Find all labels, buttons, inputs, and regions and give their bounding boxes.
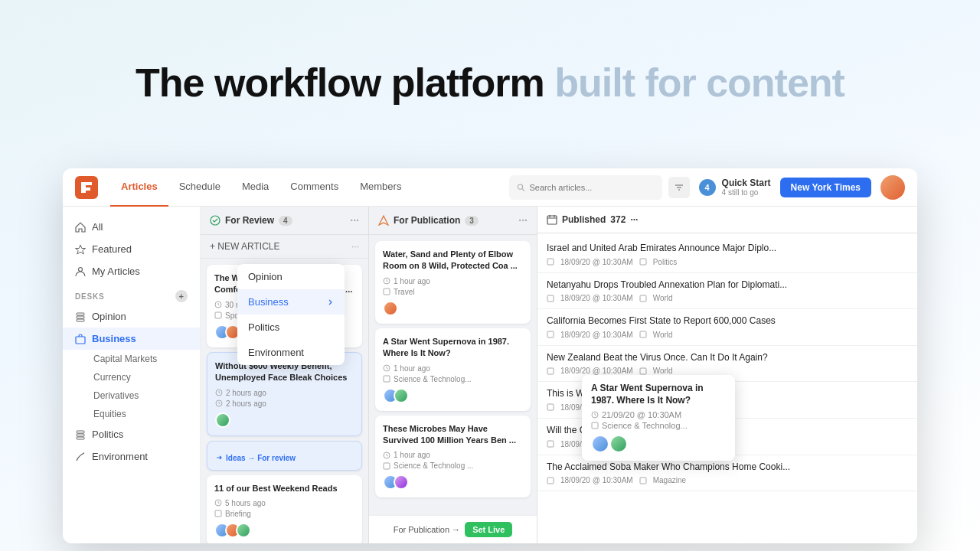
leaf-icon — [75, 452, 86, 462]
pub-row-california[interactable]: California Becomes First State to Report… — [537, 309, 917, 346]
col-more-button[interactable]: ··· — [350, 214, 359, 227]
sidebar-item-politics[interactable]: Politics — [63, 423, 200, 445]
card-avatars-4 — [383, 301, 523, 316]
dropdown-item-politics[interactable]: Politics — [237, 315, 345, 340]
card-weekend-reads[interactable]: 11 of our Best Weekend Reads 5 hours ago… — [207, 475, 362, 543]
tab-schedule[interactable]: Schedule — [168, 168, 231, 207]
svg-line-2 — [522, 188, 524, 191]
star-icon — [75, 244, 86, 255]
search-input[interactable] — [529, 183, 654, 192]
app-logo[interactable] — [75, 176, 98, 199]
quick-start-text: Quick Start 4 still to go — [722, 178, 771, 197]
sidebar-item-environment[interactable]: Environment — [63, 445, 200, 468]
sidebar-item-currency[interactable]: Currency — [63, 368, 200, 386]
arrow-right-icon — [215, 454, 223, 461]
svg-rect-12 — [77, 431, 84, 433]
book-icon-4 — [639, 367, 647, 375]
tag-icon-5 — [383, 462, 390, 470]
sidebar-item-opinion[interactable]: Opinion — [63, 305, 200, 328]
col-for-publication: For Publication 3 ··· Water, Sand and Pl… — [369, 207, 537, 543]
app-window: Articles Schedule Media Comments Members… — [63, 168, 917, 543]
sidebar-item-business[interactable]: Business — [63, 328, 200, 350]
svg-rect-13 — [77, 434, 84, 436]
svg-rect-39 — [547, 368, 554, 374]
svg-marker-6 — [76, 245, 86, 254]
dropdown-item-opinion[interactable]: Opinion — [237, 264, 345, 289]
sidebar-item-all[interactable]: All — [63, 216, 200, 238]
card-microbes[interactable]: These Microbes May Have Survived 100 Mil… — [375, 416, 531, 498]
filter-button[interactable] — [668, 177, 690, 198]
new-article-button[interactable]: + NEW ARTICLE ··· — [201, 235, 368, 259]
tab-articles[interactable]: Articles — [110, 168, 168, 207]
dropdown-menu: Opinion Business Politics Environment — [237, 264, 345, 365]
clock-icon — [214, 301, 222, 308]
svg-rect-33 — [547, 259, 554, 265]
book-icon-3 — [639, 331, 647, 338]
card-star-supernova[interactable]: A Star Went Supernova in 1987. Where Is … — [375, 328, 531, 411]
svg-rect-9 — [77, 316, 84, 318]
set-live-button[interactable]: Set Live — [465, 522, 512, 537]
svg-rect-21 — [215, 510, 221, 517]
svg-rect-8 — [77, 313, 84, 315]
cal-icon-3 — [547, 331, 554, 338]
card-water-sand[interactable]: Water, Sand and Plenty of Elbow Room on … — [375, 241, 531, 324]
dropdown-item-business[interactable]: Business — [237, 289, 345, 315]
svg-rect-40 — [640, 368, 646, 374]
desks-header: DESKS + — [63, 282, 200, 305]
col-for-publication-body: Water, Sand and Plenty of Elbow Room on … — [369, 235, 537, 515]
cal-icon-4 — [547, 367, 554, 375]
tag-icon-3 — [383, 288, 390, 295]
sidebar-item-featured[interactable]: Featured — [63, 238, 200, 260]
calendar-icon — [547, 214, 557, 225]
svg-rect-48 — [592, 422, 598, 429]
publication-button[interactable]: New York Times — [780, 178, 871, 197]
sidebar-item-capital-markets[interactable]: Capital Markets — [63, 350, 200, 368]
svg-rect-34 — [640, 259, 646, 265]
chevron-right-icon — [326, 298, 334, 306]
pub-row-israel[interactable]: Israel and United Arab Emirates Announce… — [537, 236, 917, 273]
tag-icon-t1 — [591, 422, 599, 429]
col-more-btn-3[interactable]: ··· — [630, 214, 638, 225]
col-more-btn-2[interactable]: ··· — [518, 214, 528, 227]
svg-rect-11 — [76, 337, 85, 344]
search-icon — [517, 183, 525, 192]
check-circle-icon — [210, 215, 220, 226]
tab-comments[interactable]: Comments — [279, 168, 349, 207]
svg-point-15 — [211, 216, 220, 225]
sidebar-item-my-articles[interactable]: My Articles — [63, 260, 200, 282]
card-ideas[interactable]: Ideas → For review — [207, 441, 362, 471]
svg-rect-37 — [547, 331, 554, 337]
briefcase-icon — [75, 334, 86, 344]
svg-point-1 — [518, 184, 522, 188]
svg-rect-46 — [640, 478, 646, 484]
layers-icon — [75, 311, 86, 322]
svg-rect-14 — [77, 437, 84, 439]
clock-icon-5 — [383, 277, 390, 285]
col-published-header: Published 372 ··· — [537, 207, 917, 233]
tab-members[interactable]: Members — [349, 168, 412, 207]
col-for-publication-header: For Publication 3 ··· — [369, 207, 537, 235]
svg-rect-43 — [547, 441, 554, 447]
clock-icon-3 — [215, 399, 223, 407]
sidebar-item-derivatives[interactable]: Derivatives — [63, 386, 200, 405]
tab-media[interactable]: Media — [231, 168, 279, 207]
filter-icon — [675, 183, 684, 192]
svg-rect-17 — [215, 312, 221, 318]
dropdown-item-environment[interactable]: Environment — [237, 340, 345, 365]
book-icon-7 — [639, 477, 647, 484]
clock-icon-4 — [214, 499, 222, 507]
add-desk-button[interactable]: + — [175, 290, 188, 302]
sidebar-item-equities[interactable]: Equities — [63, 405, 200, 423]
pub-row-netanyahu[interactable]: Netanyahu Drops Troubled Annexation Plan… — [537, 273, 917, 310]
hero-light-text: built for content — [554, 60, 844, 105]
hero-headline: The workflow platform built for content — [0, 61, 980, 105]
cal-icon-5 — [547, 403, 554, 411]
cal-icon-7 — [547, 477, 554, 484]
card-avatars-6 — [383, 474, 523, 490]
search-bar[interactable] — [509, 175, 662, 200]
tag-icon-4 — [383, 375, 390, 383]
quick-start[interactable]: 4 Quick Start 4 still to go — [699, 178, 771, 197]
avatar[interactable] — [880, 175, 905, 200]
svg-rect-29 — [547, 216, 557, 224]
more-options-icon[interactable]: ··· — [351, 241, 359, 252]
